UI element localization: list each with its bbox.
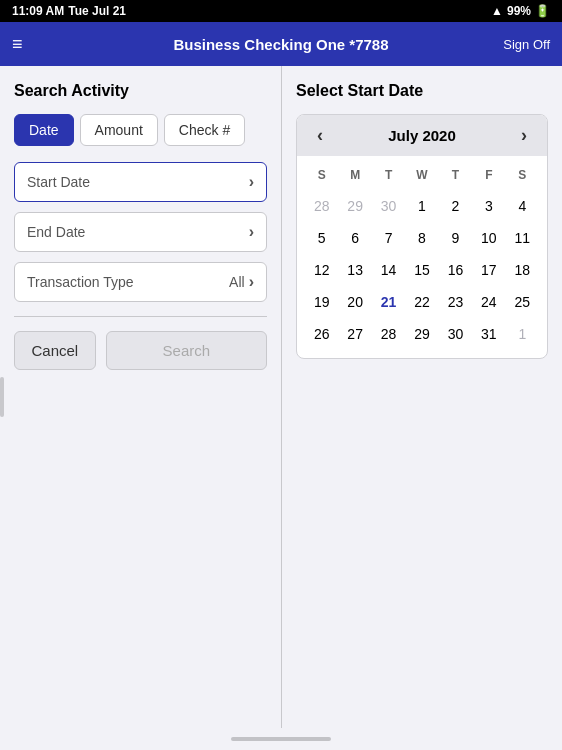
check-filter-button[interactable]: Check # bbox=[164, 114, 245, 146]
transaction-type-right: All › bbox=[229, 273, 254, 291]
calendar-day[interactable]: 14 bbox=[372, 256, 405, 284]
side-handle bbox=[0, 377, 4, 417]
day-header-fri: F bbox=[472, 164, 505, 186]
calendar-day[interactable]: 29 bbox=[405, 320, 438, 348]
divider bbox=[14, 316, 267, 317]
transaction-type-row[interactable]: Transaction Type All › bbox=[14, 262, 267, 302]
status-time: 11:09 AM bbox=[12, 4, 64, 18]
calendar-day[interactable]: 7 bbox=[372, 224, 405, 252]
start-date-row[interactable]: Start Date › bbox=[14, 162, 267, 202]
calendar-day[interactable]: 26 bbox=[305, 320, 338, 348]
calendar-month-year: July 2020 bbox=[388, 127, 456, 144]
battery-icon: 🔋 bbox=[535, 4, 550, 18]
calendar-day[interactable]: 29 bbox=[338, 192, 371, 220]
calendar-day[interactable]: 2 bbox=[439, 192, 472, 220]
calendar-day[interactable]: 22 bbox=[405, 288, 438, 316]
day-header-mon: M bbox=[338, 164, 371, 186]
calendar-day[interactable]: 5 bbox=[305, 224, 338, 252]
nav-bar: ≡ Business Checking One *7788 Sign Off bbox=[0, 22, 562, 66]
search-activity-title: Search Activity bbox=[14, 82, 267, 100]
cancel-button[interactable]: Cancel bbox=[14, 331, 96, 370]
calendar-day-today[interactable]: 21 bbox=[372, 288, 405, 316]
day-header-sun: S bbox=[305, 164, 338, 186]
battery-status: 99% bbox=[507, 4, 531, 18]
calendar-day[interactable]: 8 bbox=[405, 224, 438, 252]
prev-month-button[interactable]: ‹ bbox=[309, 123, 331, 148]
status-bar: 11:09 AM Tue Jul 21 ▲ 99% 🔋 bbox=[0, 0, 562, 22]
day-header-thu: T bbox=[439, 164, 472, 186]
menu-icon[interactable]: ≡ bbox=[12, 34, 23, 55]
calendar-day[interactable]: 27 bbox=[338, 320, 371, 348]
day-header-wed: W bbox=[405, 164, 438, 186]
nav-title: Business Checking One *7788 bbox=[173, 36, 388, 53]
calendar-header: ‹ July 2020 › bbox=[297, 115, 547, 156]
calendar-day[interactable]: 30 bbox=[372, 192, 405, 220]
calendar-day[interactable]: 31 bbox=[472, 320, 505, 348]
calendar-day[interactable]: 30 bbox=[439, 320, 472, 348]
calendar-day[interactable]: 17 bbox=[472, 256, 505, 284]
calendar-day[interactable]: 28 bbox=[372, 320, 405, 348]
calendar-day[interactable]: 19 bbox=[305, 288, 338, 316]
wifi-icon: ▲ bbox=[491, 4, 503, 18]
calendar-week-1: 28 29 30 1 2 3 4 bbox=[297, 190, 547, 222]
calendar-day[interactable]: 6 bbox=[338, 224, 371, 252]
calendar-week-4: 19 20 21 22 23 24 25 bbox=[297, 286, 547, 318]
filter-buttons-group: Date Amount Check # bbox=[14, 114, 267, 146]
calendar-day[interactable]: 16 bbox=[439, 256, 472, 284]
calendar-week-3: 12 13 14 15 16 17 18 bbox=[297, 254, 547, 286]
calendar-day[interactable]: 25 bbox=[506, 288, 539, 316]
next-month-button[interactable]: › bbox=[513, 123, 535, 148]
end-date-label: End Date bbox=[27, 224, 85, 240]
status-date: Tue Jul 21 bbox=[68, 4, 126, 18]
calendar-day[interactable]: 1 bbox=[405, 192, 438, 220]
calendar-day[interactable]: 20 bbox=[338, 288, 371, 316]
calendar-day[interactable]: 11 bbox=[506, 224, 539, 252]
right-panel: Select Start Date ‹ July 2020 › S M T W … bbox=[282, 66, 562, 728]
transaction-type-value: All bbox=[229, 274, 245, 290]
transaction-type-chevron: › bbox=[249, 273, 254, 291]
day-header-sat: S bbox=[506, 164, 539, 186]
calendar-day[interactable]: 13 bbox=[338, 256, 371, 284]
calendar-week-5: 26 27 28 29 30 31 1 bbox=[297, 318, 547, 350]
calendar-day[interactable]: 12 bbox=[305, 256, 338, 284]
search-button[interactable]: Search bbox=[106, 331, 267, 370]
end-date-row[interactable]: End Date › bbox=[14, 212, 267, 252]
transaction-type-label: Transaction Type bbox=[27, 274, 134, 290]
calendar-day[interactable]: 10 bbox=[472, 224, 505, 252]
calendar-day[interactable]: 23 bbox=[439, 288, 472, 316]
calendar: ‹ July 2020 › S M T W T F S 28 bbox=[296, 114, 548, 359]
select-start-date-title: Select Start Date bbox=[296, 82, 548, 100]
date-filter-button[interactable]: Date bbox=[14, 114, 74, 146]
main-content: Search Activity Date Amount Check # Star… bbox=[0, 66, 562, 728]
calendar-day[interactable]: 18 bbox=[506, 256, 539, 284]
calendar-day[interactable]: 3 bbox=[472, 192, 505, 220]
amount-filter-button[interactable]: Amount bbox=[80, 114, 158, 146]
calendar-day[interactable]: 1 bbox=[506, 320, 539, 348]
home-indicator bbox=[231, 737, 331, 741]
day-header-tue: T bbox=[372, 164, 405, 186]
start-date-chevron: › bbox=[249, 173, 254, 191]
left-panel: Search Activity Date Amount Check # Star… bbox=[0, 66, 282, 728]
calendar-day[interactable]: 28 bbox=[305, 192, 338, 220]
sign-off-button[interactable]: Sign Off bbox=[503, 37, 550, 52]
calendar-day-headers: S M T W T F S bbox=[297, 160, 547, 190]
action-buttons: Cancel Search bbox=[14, 331, 267, 370]
start-date-label: Start Date bbox=[27, 174, 90, 190]
calendar-grid: S M T W T F S 28 29 30 1 2 3 4 bbox=[297, 156, 547, 358]
end-date-chevron: › bbox=[249, 223, 254, 241]
calendar-week-2: 5 6 7 8 9 10 11 bbox=[297, 222, 547, 254]
calendar-day[interactable]: 4 bbox=[506, 192, 539, 220]
calendar-day[interactable]: 24 bbox=[472, 288, 505, 316]
bottom-bar bbox=[0, 728, 562, 750]
calendar-day[interactable]: 15 bbox=[405, 256, 438, 284]
calendar-day[interactable]: 9 bbox=[439, 224, 472, 252]
